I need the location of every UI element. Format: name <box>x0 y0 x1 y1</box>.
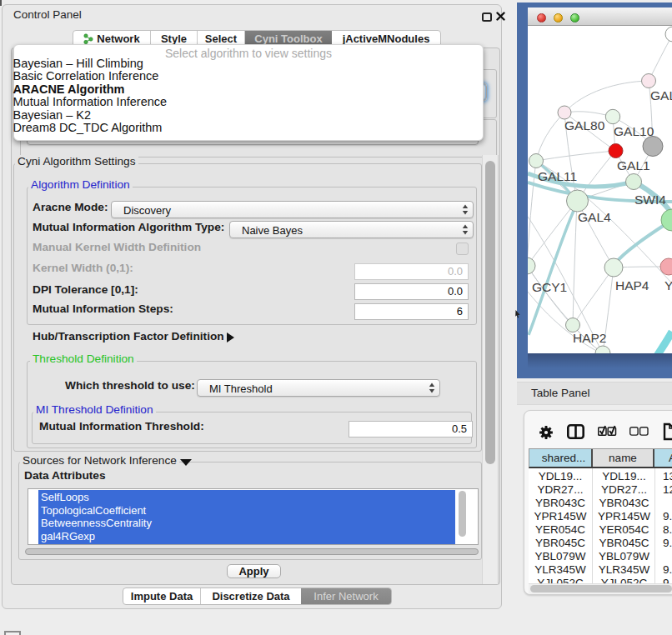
svg-text:GAL80: GAL80 <box>564 118 605 132</box>
svg-text:GAL10: GAL10 <box>614 124 654 138</box>
svg-text:SWI4: SWI4 <box>634 192 666 207</box>
svg-text:HAP4: HAP4 <box>615 278 649 292</box>
svg-text:GAL11: GAL11 <box>538 169 577 183</box>
svg-text:Y: Y <box>664 278 672 292</box>
svg-text:GAL1: GAL1 <box>617 158 650 172</box>
svg-text:HAP2: HAP2 <box>573 331 607 345</box>
svg-text:GCY1: GCY1 <box>532 280 567 294</box>
svg-text:GAL4: GAL4 <box>578 210 611 224</box>
svg-text:GAL8: GAL8 <box>650 88 672 102</box>
